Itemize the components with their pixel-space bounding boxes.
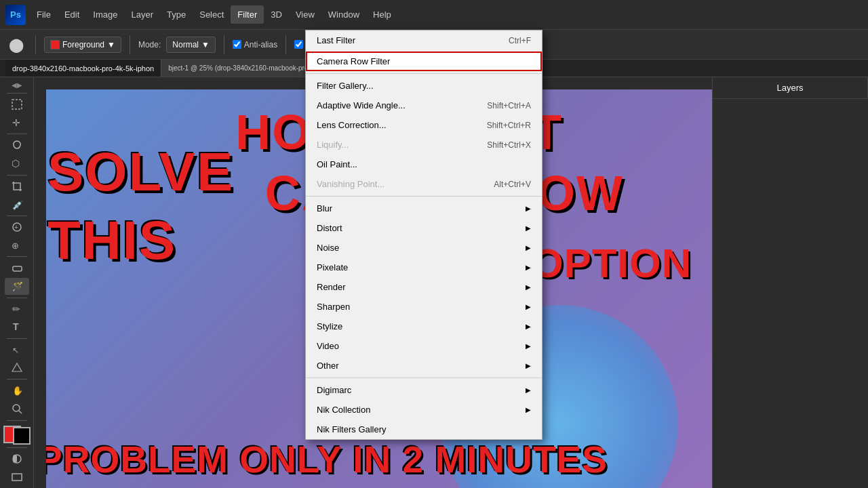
menu-item-pixelate-arrow: ▶ <box>526 264 531 271</box>
menu-item-stylize-arrow: ▶ <box>526 323 531 330</box>
tool-sep8 <box>7 379 27 380</box>
tool-pen[interactable]: ✏ <box>5 300 29 317</box>
menu-item-last-filter[interactable]: Last Filter Ctrl+F <box>306 30 542 50</box>
menubar-item-filter[interactable]: Filter <box>231 5 264 24</box>
options-sep2 <box>130 35 130 54</box>
menu-item-nik-filters-gallery[interactable]: Nik Filters Gallery <box>306 420 542 439</box>
tool-sep5 <box>7 256 27 257</box>
tool-shape[interactable] <box>5 359 29 376</box>
svg-text:🪄: 🪄 <box>12 281 23 292</box>
menubar-item-layer[interactable]: Layer <box>125 5 161 24</box>
tool-move[interactable]: ✛ <box>5 115 29 131</box>
tool-sep10 <box>7 447 27 448</box>
menubar-item-3d[interactable]: 3D <box>264 5 289 24</box>
svg-text:T: T <box>13 321 19 332</box>
tool-clone[interactable]: ⊕ <box>5 237 29 253</box>
menu-item-pixelate-label: Pixelate <box>317 262 348 272</box>
tool-polygonal-lasso[interactable]: ⬡ <box>5 155 29 172</box>
right-panel: Layers <box>712 77 868 488</box>
tool-type[interactable]: T <box>5 319 29 336</box>
panel-tab-layers[interactable]: Layers <box>713 77 868 98</box>
tool-zoom[interactable] <box>5 401 29 418</box>
foreground-dropdown[interactable]: Foreground ▼ <box>44 37 121 53</box>
menu-item-stylize[interactable]: Stylize ▶ <box>306 317 542 336</box>
tool-eyedropper[interactable]: 💉 <box>5 196 29 213</box>
menu-item-pixelate[interactable]: Pixelate ▶ <box>306 258 542 277</box>
menubar-item-select[interactable]: Select <box>193 5 231 24</box>
menu-item-stylize-label: Stylize <box>317 321 342 331</box>
tool-magic-wand[interactable]: 🪄 <box>5 278 29 295</box>
tool-heal[interactable]: + <box>5 219 29 236</box>
svg-rect-18 <box>12 474 22 481</box>
tool-sep1 <box>7 93 27 94</box>
menu-item-blur[interactable]: Blur ▶ <box>306 199 542 218</box>
contiguous-checkbox[interactable] <box>294 40 303 49</box>
menu-item-digimarc[interactable]: Digimarc ▶ <box>306 380 542 400</box>
menubar-item-view[interactable]: View <box>289 5 321 24</box>
menu-item-nik-collection[interactable]: Nik Collection ▶ <box>306 400 542 420</box>
background-color-swatch[interactable] <box>13 427 31 445</box>
menu-item-digimarc-label: Digimarc <box>317 385 351 395</box>
canvas-text-solve: SOLVE <box>47 145 234 199</box>
tool-screen-mode[interactable] <box>5 468 29 485</box>
menu-item-render-arrow: ▶ <box>526 283 531 291</box>
tool-path-select[interactable]: ↖ <box>5 342 29 359</box>
menu-item-adaptive-wide-angle-shortcut: Shift+Ctrl+A <box>487 101 531 110</box>
mode-dropdown[interactable]: Normal ▼ <box>166 37 216 53</box>
menu-item-liquify-label: Liquify... <box>317 140 349 150</box>
tool-sep2 <box>7 134 27 134</box>
menu-item-oil-paint[interactable]: Oil Paint... <box>306 155 542 174</box>
menu-item-sharpen-label: Sharpen <box>317 302 350 312</box>
menu-item-lens-correction[interactable]: Lens Correction... Shift+Ctrl+R <box>306 115 542 135</box>
svg-marker-12 <box>12 363 22 371</box>
menu-item-render[interactable]: Render ▶ <box>306 277 542 297</box>
menu-item-digimarc-arrow: ▶ <box>526 386 531 394</box>
menu-item-lens-correction-shortcut: Shift+Ctrl+R <box>487 121 531 130</box>
menu-item-other[interactable]: Other ▶ <box>306 356 542 375</box>
svg-text:⊕: ⊕ <box>12 241 19 251</box>
menubar-item-window[interactable]: Window <box>321 5 366 24</box>
menu-item-sharpen[interactable]: Sharpen ▶ <box>306 297 542 317</box>
tool-quick-mask[interactable] <box>5 450 29 467</box>
menu-item-nik-collection-label: Nik Collection <box>317 405 370 415</box>
mode-value: Normal <box>172 40 199 49</box>
tab-document1-label: drop-3840x2160-macbook-pro-4k-5k-iphon <box>12 64 154 73</box>
menu-item-filter-gallery[interactable]: Filter Gallery... <box>306 76 542 96</box>
menu-sep2 <box>306 196 542 197</box>
menu-item-noise[interactable]: Noise ▶ <box>306 238 542 258</box>
tool-sep4 <box>7 216 27 216</box>
menubar-item-image[interactable]: Image <box>86 5 124 24</box>
options-sep3 <box>224 35 224 54</box>
antialias-checkbox[interactable] <box>233 40 241 49</box>
menubar-item-help[interactable]: Help <box>366 5 398 24</box>
options-sep4 <box>285 35 286 54</box>
svg-text:+: + <box>14 224 18 231</box>
menu-sep1 <box>306 73 542 74</box>
scroll-arrows-top[interactable]: ◀▶ <box>10 80 24 90</box>
menu-item-lens-correction-label: Lens Correction... <box>317 120 387 130</box>
antialias-area[interactable]: Anti-alias <box>233 40 277 49</box>
tool-marquee-rect[interactable] <box>5 96 29 113</box>
foreground-label: Foreground <box>62 40 104 49</box>
menu-item-other-arrow: ▶ <box>526 362 531 369</box>
canvas-text-problem: PROBLEM ONLY IN 2 MINUTES <box>37 438 608 481</box>
menu-item-video[interactable]: Video ▶ <box>306 336 542 356</box>
menubar-item-type[interactable]: Type <box>160 5 193 24</box>
menu-item-camera-raw-filter[interactable]: Camera Row Filter <box>306 52 542 71</box>
tool-hand[interactable]: ✋ <box>5 382 29 399</box>
tool-lasso[interactable] <box>5 137 29 154</box>
menu-item-distort[interactable]: Distort ▶ <box>306 218 542 238</box>
canvas-text-this: THIS <box>47 209 176 272</box>
svg-rect-0 <box>12 100 22 109</box>
menu-item-other-label: Other <box>317 361 339 371</box>
menubar-item-edit[interactable]: Edit <box>58 5 86 24</box>
ruler-left <box>34 77 46 488</box>
menubar-item-file[interactable]: File <box>30 5 58 24</box>
tool-sep7 <box>7 338 27 339</box>
menu-item-filter-gallery-label: Filter Gallery... <box>317 81 374 91</box>
tool-eraser[interactable] <box>5 260 29 277</box>
tab-document1[interactable]: drop-3840x2160-macbook-pro-4k-5k-iphon <box>5 60 161 77</box>
menu-item-adaptive-wide-angle[interactable]: Adaptive Wide Angle... Shift+Ctrl+A <box>306 96 542 115</box>
color-swatches[interactable] <box>3 426 31 445</box>
tool-crop[interactable] <box>5 178 29 195</box>
